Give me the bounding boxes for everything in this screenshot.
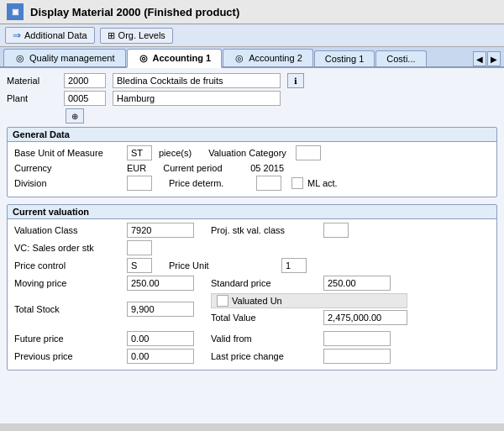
previous-price-value: 0.00 bbox=[127, 349, 194, 364]
price-control-label: Price control bbox=[14, 260, 123, 271]
tab-next-button[interactable]: ▶ bbox=[487, 51, 501, 66]
currency-col: Currency EUR bbox=[14, 163, 146, 173]
ml-act-checkbox[interactable] bbox=[291, 177, 303, 189]
plant-row: Plant 0005 Hamburg bbox=[7, 91, 497, 106]
valuated-un-row: Valuated Un bbox=[211, 293, 407, 308]
app-icon: ▣ bbox=[7, 3, 24, 20]
tab-bar: ◎ Quality management ◎ Accounting 1 ◎ Ac… bbox=[0, 47, 504, 68]
moving-price-col: Moving price 250.00 bbox=[14, 276, 194, 291]
ml-act-label: ML act. bbox=[307, 178, 338, 188]
currency-value: EUR bbox=[127, 163, 146, 173]
org-levels-label: Org. Levels bbox=[118, 30, 165, 40]
valuation-cat-value bbox=[296, 145, 321, 160]
total-value-label: Total Value bbox=[211, 313, 320, 323]
tab-costing2-label: Costi... bbox=[386, 54, 415, 64]
current-period-col: Current period 05 2015 bbox=[163, 163, 284, 173]
valuation-class-row: Valuation Class 7920 Proj. stk val. clas… bbox=[14, 223, 490, 238]
price-control-value: S bbox=[127, 258, 152, 273]
standard-price-col: Standard price 250.00 bbox=[211, 276, 391, 291]
current-period-value: 05 2015 bbox=[250, 163, 284, 173]
ml-act-container: ML act. bbox=[291, 177, 338, 189]
valuated-un-label: Valuated Un bbox=[232, 296, 282, 306]
title-bar: ▣ Display Material 2000 (Finished produc… bbox=[0, 0, 504, 24]
material-desc: Bledina Cocktails de fruits bbox=[113, 73, 281, 88]
plant-desc: Hamburg bbox=[113, 91, 281, 106]
price-determ-value bbox=[256, 176, 281, 191]
material-info-button[interactable]: ℹ bbox=[287, 73, 304, 88]
last-price-change-value bbox=[323, 349, 391, 364]
previous-price-row: Previous price 0.00 Last price change bbox=[14, 349, 490, 364]
vc-sales-row: VC: Sales order stk bbox=[14, 240, 490, 255]
division-value bbox=[127, 176, 152, 191]
last-price-change-col: Last price change bbox=[211, 349, 391, 364]
tab-accounting1-label: Accounting 1 bbox=[153, 53, 212, 63]
valid-from-col: Valid from bbox=[211, 331, 391, 346]
price-determ-label: Price determ. bbox=[169, 178, 253, 188]
additional-data-button[interactable]: ⇒ Additional Data bbox=[5, 27, 95, 44]
org-levels-button[interactable]: ⊞ Org. Levels bbox=[100, 28, 173, 44]
proj-stk-col: Proj. stk val. class bbox=[211, 223, 349, 238]
plant-value: 0005 bbox=[64, 91, 106, 106]
page-title: Display Material 2000 (Finished product) bbox=[30, 6, 239, 18]
division-row: Division Price determ. ML act. bbox=[14, 176, 490, 191]
tab-costing1[interactable]: Costing 1 bbox=[314, 50, 375, 66]
price-determ-col: Price determ. ML act. bbox=[169, 176, 338, 191]
tab-accounting1[interactable]: ◎ Accounting 1 bbox=[127, 49, 223, 68]
current-valuation-title: Current valuation bbox=[8, 205, 496, 219]
proj-stk-label: Proj. stk val. class bbox=[211, 225, 320, 235]
total-stock-label: Total Stock bbox=[14, 304, 123, 314]
proj-stk-value bbox=[323, 223, 349, 238]
base-uom-label: Base Unit of Measure bbox=[14, 148, 123, 158]
valuation-cat-label: Valuation Category bbox=[208, 148, 292, 158]
tab-nav: ◀ ▶ bbox=[473, 51, 501, 66]
tab-costing1-label: Costing 1 bbox=[325, 54, 364, 64]
tab-quality-label: Quality management bbox=[29, 53, 115, 63]
valuation-cat-col: Valuation Category bbox=[208, 145, 321, 160]
last-price-change-label: Last price change bbox=[211, 351, 320, 361]
valuated-un-checkbox[interactable] bbox=[217, 295, 228, 307]
total-stock-row: Total Stock 9,900 Valuated Un Total Valu… bbox=[14, 293, 490, 325]
base-uom-code: ST bbox=[127, 145, 152, 160]
general-data-section: General Data Base Unit of Measure ST pie… bbox=[7, 127, 497, 197]
main-content: Material 2000 Bledina Cocktails de fruit… bbox=[0, 68, 504, 423]
base-uom-row: Base Unit of Measure ST piece(s) Valuati… bbox=[14, 145, 490, 160]
vc-sales-value bbox=[127, 240, 152, 255]
current-valuation-section: Current valuation Valuation Class 7920 P… bbox=[7, 204, 497, 371]
division-label: Division bbox=[14, 178, 123, 188]
tab-costing2[interactable]: Costi... bbox=[375, 50, 426, 66]
moving-price-row: Moving price 250.00 Standard price 250.0… bbox=[14, 276, 490, 291]
moving-price-label: Moving price bbox=[14, 278, 123, 288]
base-uom-col: Base Unit of Measure ST piece(s) bbox=[14, 145, 192, 160]
org-icon: ⊞ bbox=[108, 30, 115, 41]
valid-from-value bbox=[323, 331, 391, 346]
accounting1-tab-icon: ◎ bbox=[138, 52, 150, 64]
price-control-col: Price control S bbox=[14, 258, 152, 273]
tab-quality[interactable]: ◎ Quality management bbox=[3, 49, 126, 66]
current-valuation-content: Valuation Class 7920 Proj. stk val. clas… bbox=[8, 219, 496, 370]
tab-accounting2[interactable]: ◎ Accounting 2 bbox=[223, 49, 313, 66]
arrow-icon: ⇒ bbox=[13, 29, 21, 41]
total-value-col: Total Value 2,475,000.00 bbox=[211, 310, 407, 325]
toolbar: ⇒ Additional Data ⊞ Org. Levels bbox=[0, 24, 504, 47]
material-label: Material bbox=[7, 76, 57, 86]
valid-from-label: Valid from bbox=[211, 334, 320, 344]
total-stock-value: 9,900 bbox=[127, 302, 194, 317]
plant-action-button[interactable]: ⊕ bbox=[66, 108, 84, 124]
current-period-label: Current period bbox=[163, 163, 247, 173]
general-data-title: General Data bbox=[8, 128, 496, 142]
total-value-value: 2,475,000.00 bbox=[323, 310, 407, 325]
valuation-class-value: 7920 bbox=[127, 223, 194, 238]
additional-data-label: Additional Data bbox=[24, 30, 87, 40]
vc-sales-label: VC: Sales order stk bbox=[14, 243, 123, 253]
price-unit-label: Price Unit bbox=[169, 260, 278, 271]
tab-prev-button[interactable]: ◀ bbox=[473, 51, 486, 66]
future-price-row: Future price 0.00 Valid from bbox=[14, 331, 490, 346]
general-data-content: Base Unit of Measure ST piece(s) Valuati… bbox=[8, 142, 496, 197]
division-col: Division bbox=[14, 176, 152, 191]
valuation-class-label: Valuation Class bbox=[14, 225, 123, 235]
material-value: 2000 bbox=[64, 73, 106, 88]
accounting2-tab-icon: ◎ bbox=[234, 52, 245, 64]
vc-sales-col: VC: Sales order stk bbox=[14, 240, 152, 255]
total-stock-col: Total Stock 9,900 bbox=[14, 302, 194, 317]
quality-tab-icon: ◎ bbox=[14, 52, 26, 64]
